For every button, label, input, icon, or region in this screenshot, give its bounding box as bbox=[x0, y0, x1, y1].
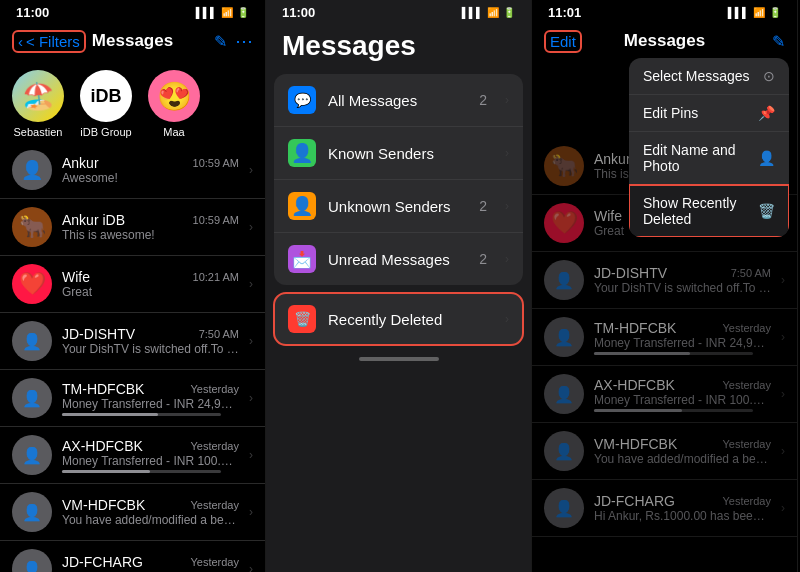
nav-right-1[interactable]: ✎ ⋯ bbox=[214, 30, 253, 52]
nav-left-1[interactable]: ‹ < Filters bbox=[12, 30, 86, 53]
msg-content-vm-hdfcbk: VM-HDFCBK Yesterday You have added/modif… bbox=[62, 497, 239, 527]
status-time-1: 11:00 bbox=[16, 5, 49, 20]
filter-arrow-all: › bbox=[505, 93, 509, 107]
filter-label-unknown: Unknown Senders bbox=[328, 198, 467, 215]
avatar-jd-fcharg: 👤 bbox=[12, 549, 52, 572]
more-icon-1[interactable]: ⋯ bbox=[235, 30, 253, 52]
filter-all-messages[interactable]: 💬 All Messages 2 › bbox=[274, 74, 523, 127]
nav-bar-1: ‹ < Filters Messages ✎ ⋯ bbox=[0, 22, 265, 62]
msg-time-ankur: 10:59 AM bbox=[193, 157, 239, 169]
dropdown-edit-pins[interactable]: Edit Pins 📌 bbox=[629, 95, 789, 132]
signal-icon-2: ▌▌▌ bbox=[462, 7, 483, 18]
filter-unread-messages[interactable]: 📩 Unread Messages 2 › bbox=[274, 233, 523, 285]
msg-preview-ankur-idb: This is awesome! bbox=[62, 228, 239, 242]
filter-arrow-recently-deleted: › bbox=[505, 312, 509, 326]
dropdown-label-recently-deleted: Show RecentlyDeleted bbox=[643, 195, 736, 227]
msg-content-ax-hdfcbk: AX-HDFCBK Yesterday Money Transferred - … bbox=[62, 438, 239, 473]
filter-arrow-known: › bbox=[505, 146, 509, 160]
pinned-idb[interactable]: iDB iDB Group bbox=[80, 70, 132, 138]
msg-progress-tm bbox=[62, 413, 221, 416]
status-icons-1: ▌▌▌ 📶 🔋 bbox=[196, 7, 249, 18]
msg-content-tm-hdfcbk: TM-HDFCBK Yesterday Money Transferred - … bbox=[62, 381, 239, 416]
compose-icon-3[interactable]: ✎ bbox=[772, 32, 785, 51]
filter-count-unknown: 2 bbox=[479, 198, 487, 214]
avatar-maa: 😍 bbox=[148, 70, 200, 122]
dropdown-edit-name-photo[interactable]: Edit Name and Photo 👤 bbox=[629, 132, 789, 185]
unknown-senders-icon: 👤 bbox=[288, 192, 316, 220]
msg-chevron-ankur: › bbox=[249, 163, 253, 177]
all-messages-icon: 💬 bbox=[288, 86, 316, 114]
filter-label-all: All Messages bbox=[328, 92, 467, 109]
avatar-wife: ❤️ bbox=[12, 264, 52, 304]
battery-icon-2: 🔋 bbox=[503, 7, 515, 18]
dropdown-icon-name-photo: 👤 bbox=[758, 150, 775, 166]
filter-label-recently-deleted: Recently Deleted bbox=[328, 311, 493, 328]
msg-name-jd-fcharg: JD-FCHARG bbox=[62, 554, 143, 570]
avatar-ankur-idb: 🐂 bbox=[12, 207, 52, 247]
edit-button[interactable]: Edit bbox=[544, 30, 582, 53]
filter-count-unread: 2 bbox=[479, 251, 487, 267]
msg-name-vm-hdfcbk: VM-HDFCBK bbox=[62, 497, 145, 513]
msg-preview-vm-hdfcbk: You have added/modified a beneficiary An… bbox=[62, 513, 239, 527]
edit-dropdown-menu: Select Messages ⊙ Edit Pins 📌 Edit Name … bbox=[629, 58, 789, 237]
msg-content-jd-dishtv: JD-DISHTV 7:50 AM Your DishTV is switche… bbox=[62, 326, 239, 356]
dropdown-icon-pins: 📌 bbox=[758, 105, 775, 121]
msg-ankur-idb[interactable]: 🐂 Ankur iDB 10:59 AM This is awesome! › bbox=[0, 199, 265, 256]
msg-content-wife: Wife 10:21 AM Great bbox=[62, 269, 239, 299]
compose-icon-1[interactable]: ✎ bbox=[214, 32, 227, 51]
recently-deleted-icon: 🗑️ bbox=[288, 305, 316, 333]
avatar-tm-hdfcbk: 👤 bbox=[12, 378, 52, 418]
msg-jd-fcharg[interactable]: 👤 JD-FCHARG Yesterday Hi Ankur, Rs.1000.… bbox=[0, 541, 265, 572]
home-indicator-2 bbox=[266, 345, 531, 365]
msg-ankur[interactable]: 👤 Ankur 10:59 AM Awesome! › bbox=[0, 142, 265, 199]
filters-label: < Filters bbox=[26, 33, 80, 50]
msg-name-wife: Wife bbox=[62, 269, 90, 285]
filter-section-main: 💬 All Messages 2 › 👤 Known Senders › 👤 U… bbox=[274, 74, 523, 285]
nav-bar-3: Edit Messages ✎ bbox=[532, 22, 797, 62]
filter-known-senders[interactable]: 👤 Known Senders › bbox=[274, 127, 523, 180]
dropdown-show-recently-deleted[interactable]: Show RecentlyDeleted 🗑️ bbox=[629, 185, 789, 237]
home-bar-2 bbox=[359, 357, 439, 361]
msg-time-wife: 10:21 AM bbox=[193, 271, 239, 283]
pinned-contacts-1: 🏖️ Sebastien iDB iDB Group 😍 Maa bbox=[0, 62, 265, 142]
dropdown-label-select: Select Messages bbox=[643, 68, 750, 84]
filters-back-button[interactable]: ‹ < Filters bbox=[12, 30, 86, 53]
msg-ax-hdfcbk[interactable]: 👤 AX-HDFCBK Yesterday Money Transferred … bbox=[0, 427, 265, 484]
nav-right-3[interactable]: ✎ bbox=[772, 32, 785, 51]
status-bar-1: 11:00 ▌▌▌ 📶 🔋 bbox=[0, 0, 265, 22]
avatar-vm-hdfcbk: 👤 bbox=[12, 492, 52, 532]
dropdown-label-pins: Edit Pins bbox=[643, 105, 698, 121]
pinned-maa[interactable]: 😍 Maa bbox=[148, 70, 200, 138]
msg-time-tm-hdfcbk: Yesterday bbox=[190, 383, 239, 395]
msg-preview-jd-dishtv: Your DishTV is switched off.To get 3xtra… bbox=[62, 342, 239, 356]
avatar-idb: iDB bbox=[80, 70, 132, 122]
msg-jd-dishtv[interactable]: 👤 JD-DISHTV 7:50 AM Your DishTV is switc… bbox=[0, 313, 265, 370]
msg-progress-ax bbox=[62, 470, 221, 473]
dropdown-select-messages[interactable]: Select Messages ⊙ bbox=[629, 58, 789, 95]
msg-wife[interactable]: ❤️ Wife 10:21 AM Great › bbox=[0, 256, 265, 313]
nav-title-1: Messages bbox=[92, 31, 173, 51]
unread-messages-icon: 📩 bbox=[288, 245, 316, 273]
msg-name-ankur: Ankur bbox=[62, 155, 99, 171]
filter-unknown-senders[interactable]: 👤 Unknown Senders 2 › bbox=[274, 180, 523, 233]
msg-tm-hdfcbk[interactable]: 👤 TM-HDFCBK Yesterday Money Transferred … bbox=[0, 370, 265, 427]
pinned-name-idb: iDB Group bbox=[80, 126, 131, 138]
msg-name-jd-dishtv: JD-DISHTV bbox=[62, 326, 135, 342]
filter-recently-deleted[interactable]: 🗑️ Recently Deleted › bbox=[274, 293, 523, 345]
msg-vm-hdfcbk[interactable]: 👤 VM-HDFCBK Yesterday You have added/mod… bbox=[0, 484, 265, 541]
pinned-name-sebastien: Sebastien bbox=[14, 126, 63, 138]
battery-icon-3: 🔋 bbox=[769, 7, 781, 18]
signal-icon: ▌▌▌ bbox=[196, 7, 217, 18]
signal-icon-3: ▌▌▌ bbox=[728, 7, 749, 18]
msg-time-ax-hdfcbk: Yesterday bbox=[190, 440, 239, 452]
phone-2: 11:00 ▌▌▌ 📶 🔋 Messages 💬 All Messages 2 … bbox=[266, 0, 532, 572]
status-time-3: 11:01 bbox=[548, 5, 581, 20]
msg-content-jd-fcharg: JD-FCHARG Yesterday Hi Ankur, Rs.1000.00… bbox=[62, 554, 239, 572]
msg-preview-ankur: Awesome! bbox=[62, 171, 239, 185]
known-senders-icon: 👤 bbox=[288, 139, 316, 167]
msg-content-ankur: Ankur 10:59 AM Awesome! bbox=[62, 155, 239, 185]
wifi-icon-3: 📶 bbox=[753, 7, 765, 18]
filter-list: 💬 All Messages 2 › 👤 Known Senders › 👤 U… bbox=[266, 74, 531, 345]
pinned-sebastien[interactable]: 🏖️ Sebastien bbox=[12, 70, 64, 138]
nav-left-3[interactable]: Edit bbox=[544, 30, 582, 53]
